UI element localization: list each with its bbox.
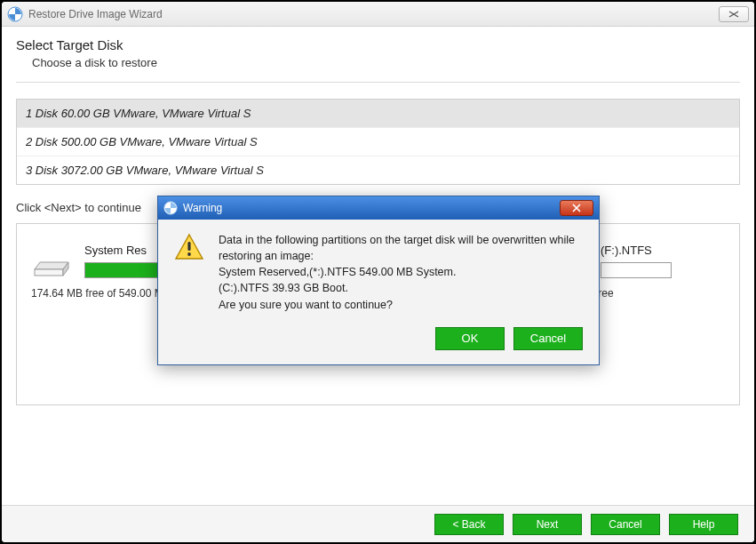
svg-rect-2 [35, 269, 63, 276]
titlebar: Restore Drive Image Wizard [2, 2, 754, 27]
wizard-footer: < Back Next Cancel Help [2, 505, 754, 542]
help-button[interactable]: Help [669, 514, 738, 535]
page-subheading: Choose a disk to restore [32, 56, 740, 69]
dialog-cancel-button[interactable]: Cancel [513, 327, 583, 350]
page-heading: Select Target Disk [16, 37, 740, 52]
dialog-ok-button[interactable]: OK [435, 327, 505, 350]
divider [16, 82, 740, 83]
cancel-button[interactable]: Cancel [591, 514, 660, 535]
next-button[interactable]: Next [513, 514, 582, 535]
dialog-message: Data in the following partitions on the … [219, 232, 583, 313]
dialog-line: (C:).NTFS 39.93 GB Boot. [219, 280, 583, 296]
dialog-close-button[interactable] [560, 200, 593, 216]
back-button[interactable]: < Back [434, 514, 504, 535]
app-icon [163, 201, 178, 215]
close-window-button[interactable] [719, 6, 749, 22]
dialog-titlebar: Warning [158, 196, 599, 220]
dialog-line: System Reserved,(*:).NTFS 549.00 MB Syst… [219, 264, 583, 280]
wizard-window: Restore Drive Image Wizard Select Target… [2, 2, 754, 542]
usage-bar [601, 262, 672, 278]
disk-row[interactable]: 3 Disk 3072.00 GB VMware, VMware Virtual… [17, 156, 739, 184]
window-title: Restore Drive Image Wizard [28, 8, 719, 20]
drive-icon [31, 253, 72, 278]
svg-point-13 [187, 252, 191, 256]
dialog-title: Warning [183, 202, 560, 214]
partition-name: (F:).NTFS [601, 244, 725, 257]
warning-icon [174, 232, 204, 262]
dialog-line: Data in the following partitions on the … [219, 232, 583, 264]
svg-rect-12 [187, 242, 190, 251]
dialog-line: Are you sure you want to continue? [219, 297, 583, 313]
disk-row[interactable]: 1 Disk 60.00 GB VMware, VMware Virtual S [17, 100, 739, 128]
app-icon [7, 6, 23, 22]
disk-row[interactable]: 2 Disk 500.00 GB VMware, VMware Virtual … [17, 128, 739, 156]
warning-dialog: Warning Data in the following partitions… [157, 196, 600, 365]
disk-list: 1 Disk 60.00 GB VMware, VMware Virtual S… [16, 99, 740, 185]
